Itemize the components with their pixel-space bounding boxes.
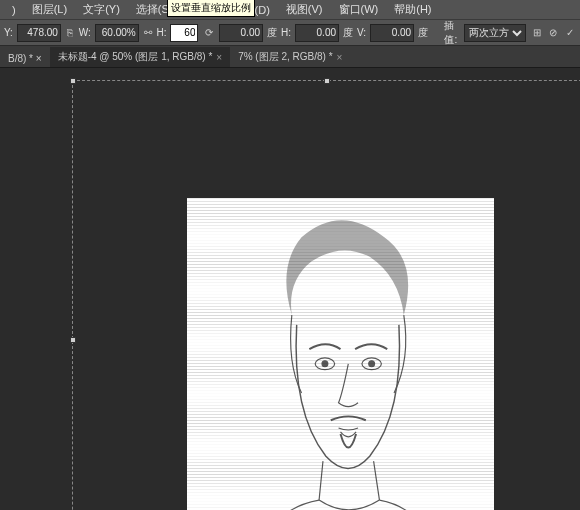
menu-help[interactable]: 帮助(H)	[386, 0, 439, 19]
document-tabbar: B/8) * × 未标题-4 @ 50% (图层 1, RGB/8) * × 7…	[0, 46, 580, 68]
h2-label: H:	[281, 27, 291, 38]
image-content	[187, 198, 494, 510]
svg-point-3	[369, 361, 375, 367]
h2-input[interactable]	[295, 24, 339, 42]
menu-view[interactable]: 视图(V)	[278, 0, 331, 19]
svg-point-1	[322, 361, 328, 367]
options-bar: Y: ⎘ W: ⚯ H: ⟳ 度 H: 度 V: 度 插值: 两次立方 ⊞ ⊘ …	[0, 20, 580, 46]
menu-window[interactable]: 窗口(W)	[331, 0, 387, 19]
interp-label: 插值:	[444, 19, 460, 47]
tab-3-label: 7% (图层 2, RGB/8) *	[238, 50, 332, 64]
warp-icon[interactable]: ⊞	[530, 24, 543, 42]
handle-ml[interactable]	[70, 337, 76, 343]
menu-type[interactable]: 文字(Y)	[75, 0, 128, 19]
angle-input[interactable]	[219, 24, 263, 42]
w-input[interactable]	[95, 24, 139, 42]
h-label: H:	[156, 27, 166, 38]
interp-select[interactable]: 两次立方	[464, 24, 526, 42]
y-label: Y:	[4, 27, 13, 38]
w-label: W:	[79, 27, 91, 38]
tab-3-close-icon[interactable]: ×	[337, 52, 343, 63]
menu-layer[interactable]: 图层(L)	[24, 0, 75, 19]
tab-1[interactable]: B/8) * ×	[0, 50, 50, 67]
h-input-highlight[interactable]	[170, 24, 198, 42]
deg1: 度	[267, 26, 277, 40]
tab-3[interactable]: 7% (图层 2, RGB/8) * ×	[230, 47, 350, 67]
y-input[interactable]	[17, 24, 61, 42]
tooltip: 设置垂直缩放比例	[167, 0, 255, 17]
handle-tm[interactable]	[324, 78, 330, 84]
tab-2[interactable]: 未标题-4 @ 50% (图层 1, RGB/8) * ×	[50, 47, 230, 67]
menu-edge[interactable]: )	[4, 2, 24, 18]
tab-1-label: B/8) * ×	[8, 53, 42, 64]
rotate-icon[interactable]: ⟳	[202, 24, 215, 42]
tab-2-close-icon[interactable]: ×	[216, 52, 222, 63]
v-input[interactable]	[370, 24, 414, 42]
canvas-area[interactable]	[0, 68, 580, 510]
commit-icon[interactable]: ✓	[563, 24, 576, 42]
deg3: 度	[418, 26, 428, 40]
portrait-illustration	[187, 198, 494, 510]
handle-tl[interactable]	[70, 78, 76, 84]
link-icon-1[interactable]: ⎘	[65, 26, 75, 40]
tab-2-label: 未标题-4 @ 50% (图层 1, RGB/8) *	[58, 50, 213, 64]
cancel-icon[interactable]: ⊘	[547, 24, 560, 42]
v-label: V:	[357, 27, 366, 38]
deg2: 度	[343, 26, 353, 40]
link-icon-2[interactable]: ⚯	[143, 26, 153, 40]
